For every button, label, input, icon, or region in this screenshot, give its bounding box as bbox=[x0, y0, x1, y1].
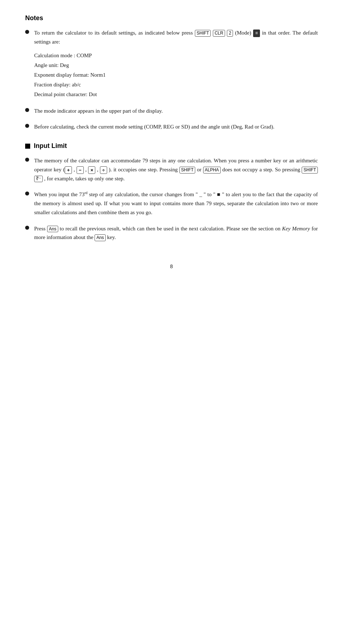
key-shift-1: SHIFT bbox=[195, 30, 211, 37]
bullet-text-memory: The memory of the calculator can accommo… bbox=[34, 156, 318, 183]
bullet-before-calculating: Before calculating, check the current mo… bbox=[25, 122, 318, 131]
bullet-circle-4 bbox=[25, 158, 29, 162]
key-alpha: ALPHA bbox=[203, 167, 221, 174]
ans-text-end: key. bbox=[106, 234, 116, 240]
bullet-text-73rd: When you input the 73rd step of any calc… bbox=[34, 190, 318, 217]
73rd-text: When you input the 73rd step of any calc… bbox=[34, 192, 318, 215]
bullet-73rd-step: When you input the 73rd step of any calc… bbox=[25, 190, 318, 217]
key-ans-2: Ans bbox=[95, 234, 106, 241]
text-mode: (Mode) bbox=[235, 30, 253, 36]
setting-exponent: Exponent display format: Norm1 bbox=[34, 70, 318, 80]
key-2: 2 bbox=[227, 30, 233, 37]
memory-sep-2: , bbox=[84, 167, 88, 172]
page-content: Notes To return the calculator to its de… bbox=[25, 14, 318, 269]
bullet-circle-1 bbox=[25, 30, 29, 34]
page-number: 8 bbox=[25, 264, 318, 269]
ans-text-after: to recall the previous result, which can… bbox=[34, 226, 318, 240]
bullet-default-settings: To return the calculator to its default … bbox=[25, 28, 318, 99]
ans-text-before: Press bbox=[34, 226, 47, 231]
setting-decimal: Decimal point character: Dot bbox=[34, 90, 318, 99]
memory-sep-1: , bbox=[72, 167, 77, 172]
before-calc-text: Before calculating, check the current mo… bbox=[34, 124, 274, 130]
memory-sep-3: , bbox=[95, 167, 100, 172]
black-square-icon bbox=[25, 144, 30, 149]
bullet-text-mode-indicator: The mode indicator appears in the upper … bbox=[34, 107, 318, 116]
bullet-text-default-settings: To return the calculator to its default … bbox=[34, 28, 318, 99]
input-limit-heading-container: Input Limit bbox=[25, 142, 318, 150]
key-ans-1: Ans bbox=[47, 226, 58, 233]
input-limit-heading: Input Limit bbox=[34, 142, 67, 150]
text-before-keys: To return the calculator to its default … bbox=[34, 30, 195, 36]
key-memory-italic: Key Memory bbox=[282, 226, 310, 231]
setting-angle-unit: Angle unit: Deg bbox=[34, 60, 318, 70]
bullet-memory: The memory of the calculator can accommo… bbox=[25, 156, 318, 183]
key-cbrt: ∛⁻ bbox=[34, 176, 43, 183]
setting-calc-mode: Calculation mode : COMP bbox=[34, 51, 318, 60]
key-divide: ÷ bbox=[100, 166, 107, 174]
notes-heading: Notes bbox=[25, 14, 318, 22]
memory-text-4: , for example, takes up only one step. bbox=[43, 176, 125, 181]
memory-text-2: ). it occupies one step. Pressing bbox=[107, 167, 179, 172]
mode-indicator-text: The mode indicator appears in the upper … bbox=[34, 108, 163, 114]
bullet-circle-6 bbox=[25, 226, 29, 230]
default-settings-list: Calculation mode : COMP Angle unit: Deg … bbox=[34, 51, 318, 99]
memory-or-text: or bbox=[195, 167, 203, 172]
key-shift-3: SHIFT bbox=[302, 167, 318, 174]
key-equals: = bbox=[253, 30, 260, 37]
bullet-mode-indicator: The mode indicator appears in the upper … bbox=[25, 107, 318, 116]
bullet-text-ans: Press Ans to recall the previous result,… bbox=[34, 224, 318, 242]
key-plus: + bbox=[65, 166, 72, 174]
key-clr: CLR bbox=[213, 30, 225, 37]
key-shift-2: SHIFT bbox=[179, 167, 196, 174]
bullet-text-before-calculating: Before calculating, check the current mo… bbox=[34, 122, 318, 131]
key-times: × bbox=[88, 166, 95, 174]
bullet-circle-2 bbox=[25, 108, 29, 112]
key-minus: − bbox=[77, 166, 84, 174]
bullet-ans-key: Press Ans to recall the previous result,… bbox=[25, 224, 318, 242]
memory-text-3: does not occupy a step. So pressing bbox=[221, 167, 302, 172]
setting-fraction: Fraction display: ab/c bbox=[34, 80, 318, 90]
bullet-circle-3 bbox=[25, 124, 29, 128]
bullet-circle-5 bbox=[25, 192, 29, 195]
